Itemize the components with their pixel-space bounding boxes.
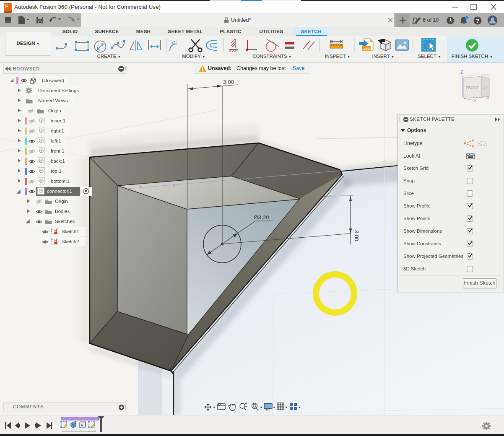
svg-text:Y: Y — [473, 99, 476, 104]
svg-text:?: ? — [476, 18, 479, 24]
svg-text:FRONT: FRONT — [466, 86, 479, 90]
svg-text:X: X — [486, 95, 489, 100]
svg-text:Ø3.20: Ø3.20 — [254, 214, 269, 221]
svg-text:12°: 12° — [483, 86, 488, 89]
svg-text:3.00: 3.00 — [223, 79, 234, 85]
svg-text:3.00: 3.00 — [353, 230, 360, 241]
svg-text:Z: Z — [460, 70, 463, 75]
